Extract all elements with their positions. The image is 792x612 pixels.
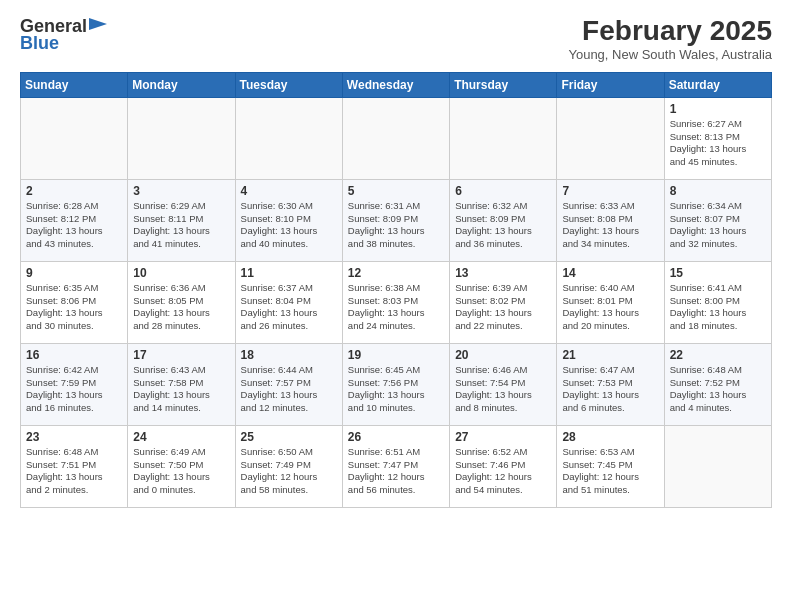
col-thursday: Thursday <box>450 72 557 97</box>
calendar-week-row: 2Sunrise: 6:28 AM Sunset: 8:12 PM Daylig… <box>21 179 772 261</box>
table-row: 15Sunrise: 6:41 AM Sunset: 8:00 PM Dayli… <box>664 261 771 343</box>
header: General Blue February 2025 Young, New So… <box>20 16 772 62</box>
table-row: 16Sunrise: 6:42 AM Sunset: 7:59 PM Dayli… <box>21 343 128 425</box>
day-details: Sunrise: 6:41 AM Sunset: 8:00 PM Dayligh… <box>670 282 766 333</box>
calendar-week-row: 9Sunrise: 6:35 AM Sunset: 8:06 PM Daylig… <box>21 261 772 343</box>
day-details: Sunrise: 6:52 AM Sunset: 7:46 PM Dayligh… <box>455 446 551 497</box>
day-details: Sunrise: 6:42 AM Sunset: 7:59 PM Dayligh… <box>26 364 122 415</box>
col-monday: Monday <box>128 72 235 97</box>
day-number: 23 <box>26 430 122 444</box>
col-sunday: Sunday <box>21 72 128 97</box>
table-row: 5Sunrise: 6:31 AM Sunset: 8:09 PM Daylig… <box>342 179 449 261</box>
day-number: 28 <box>562 430 658 444</box>
day-details: Sunrise: 6:28 AM Sunset: 8:12 PM Dayligh… <box>26 200 122 251</box>
table-row: 21Sunrise: 6:47 AM Sunset: 7:53 PM Dayli… <box>557 343 664 425</box>
day-number: 18 <box>241 348 337 362</box>
day-number: 6 <box>455 184 551 198</box>
table-row: 10Sunrise: 6:36 AM Sunset: 8:05 PM Dayli… <box>128 261 235 343</box>
table-row: 11Sunrise: 6:37 AM Sunset: 8:04 PM Dayli… <box>235 261 342 343</box>
day-details: Sunrise: 6:48 AM Sunset: 7:51 PM Dayligh… <box>26 446 122 497</box>
day-number: 25 <box>241 430 337 444</box>
logo: General Blue <box>20 16 107 54</box>
day-details: Sunrise: 6:36 AM Sunset: 8:05 PM Dayligh… <box>133 282 229 333</box>
table-row <box>342 97 449 179</box>
day-number: 11 <box>241 266 337 280</box>
day-number: 4 <box>241 184 337 198</box>
day-number: 20 <box>455 348 551 362</box>
calendar-week-row: 16Sunrise: 6:42 AM Sunset: 7:59 PM Dayli… <box>21 343 772 425</box>
day-details: Sunrise: 6:34 AM Sunset: 8:07 PM Dayligh… <box>670 200 766 251</box>
day-details: Sunrise: 6:48 AM Sunset: 7:52 PM Dayligh… <box>670 364 766 415</box>
day-number: 19 <box>348 348 444 362</box>
day-number: 16 <box>26 348 122 362</box>
logo-blue-text: Blue <box>20 33 59 54</box>
day-number: 26 <box>348 430 444 444</box>
day-number: 7 <box>562 184 658 198</box>
day-number: 13 <box>455 266 551 280</box>
day-number: 1 <box>670 102 766 116</box>
table-row: 17Sunrise: 6:43 AM Sunset: 7:58 PM Dayli… <box>128 343 235 425</box>
table-row: 4Sunrise: 6:30 AM Sunset: 8:10 PM Daylig… <box>235 179 342 261</box>
day-details: Sunrise: 6:33 AM Sunset: 8:08 PM Dayligh… <box>562 200 658 251</box>
day-number: 15 <box>670 266 766 280</box>
table-row <box>450 97 557 179</box>
calendar-week-row: 23Sunrise: 6:48 AM Sunset: 7:51 PM Dayli… <box>21 425 772 507</box>
table-row: 14Sunrise: 6:40 AM Sunset: 8:01 PM Dayli… <box>557 261 664 343</box>
table-row <box>128 97 235 179</box>
day-number: 3 <box>133 184 229 198</box>
day-number: 27 <box>455 430 551 444</box>
day-details: Sunrise: 6:31 AM Sunset: 8:09 PM Dayligh… <box>348 200 444 251</box>
table-row: 22Sunrise: 6:48 AM Sunset: 7:52 PM Dayli… <box>664 343 771 425</box>
day-details: Sunrise: 6:37 AM Sunset: 8:04 PM Dayligh… <box>241 282 337 333</box>
day-number: 10 <box>133 266 229 280</box>
day-details: Sunrise: 6:35 AM Sunset: 8:06 PM Dayligh… <box>26 282 122 333</box>
table-row <box>664 425 771 507</box>
day-details: Sunrise: 6:40 AM Sunset: 8:01 PM Dayligh… <box>562 282 658 333</box>
table-row: 28Sunrise: 6:53 AM Sunset: 7:45 PM Dayli… <box>557 425 664 507</box>
day-details: Sunrise: 6:38 AM Sunset: 8:03 PM Dayligh… <box>348 282 444 333</box>
table-row: 12Sunrise: 6:38 AM Sunset: 8:03 PM Dayli… <box>342 261 449 343</box>
table-row <box>235 97 342 179</box>
day-details: Sunrise: 6:47 AM Sunset: 7:53 PM Dayligh… <box>562 364 658 415</box>
table-row <box>21 97 128 179</box>
calendar-title: February 2025 <box>568 16 772 47</box>
table-row: 6Sunrise: 6:32 AM Sunset: 8:09 PM Daylig… <box>450 179 557 261</box>
table-row: 26Sunrise: 6:51 AM Sunset: 7:47 PM Dayli… <box>342 425 449 507</box>
table-row: 20Sunrise: 6:46 AM Sunset: 7:54 PM Dayli… <box>450 343 557 425</box>
col-friday: Friday <box>557 72 664 97</box>
day-details: Sunrise: 6:50 AM Sunset: 7:49 PM Dayligh… <box>241 446 337 497</box>
table-row: 7Sunrise: 6:33 AM Sunset: 8:08 PM Daylig… <box>557 179 664 261</box>
day-number: 24 <box>133 430 229 444</box>
page: General Blue February 2025 Young, New So… <box>0 0 792 612</box>
table-row: 19Sunrise: 6:45 AM Sunset: 7:56 PM Dayli… <box>342 343 449 425</box>
calendar-subtitle: Young, New South Wales, Australia <box>568 47 772 62</box>
day-number: 8 <box>670 184 766 198</box>
day-details: Sunrise: 6:29 AM Sunset: 8:11 PM Dayligh… <box>133 200 229 251</box>
calendar-week-row: 1Sunrise: 6:27 AM Sunset: 8:13 PM Daylig… <box>21 97 772 179</box>
table-row: 1Sunrise: 6:27 AM Sunset: 8:13 PM Daylig… <box>664 97 771 179</box>
day-details: Sunrise: 6:49 AM Sunset: 7:50 PM Dayligh… <box>133 446 229 497</box>
day-number: 5 <box>348 184 444 198</box>
table-row: 3Sunrise: 6:29 AM Sunset: 8:11 PM Daylig… <box>128 179 235 261</box>
day-details: Sunrise: 6:43 AM Sunset: 7:58 PM Dayligh… <box>133 364 229 415</box>
day-details: Sunrise: 6:46 AM Sunset: 7:54 PM Dayligh… <box>455 364 551 415</box>
title-block: February 2025 Young, New South Wales, Au… <box>568 16 772 62</box>
col-wednesday: Wednesday <box>342 72 449 97</box>
table-row: 2Sunrise: 6:28 AM Sunset: 8:12 PM Daylig… <box>21 179 128 261</box>
table-row <box>557 97 664 179</box>
day-details: Sunrise: 6:45 AM Sunset: 7:56 PM Dayligh… <box>348 364 444 415</box>
table-row: 13Sunrise: 6:39 AM Sunset: 8:02 PM Dayli… <box>450 261 557 343</box>
day-details: Sunrise: 6:27 AM Sunset: 8:13 PM Dayligh… <box>670 118 766 169</box>
day-details: Sunrise: 6:44 AM Sunset: 7:57 PM Dayligh… <box>241 364 337 415</box>
col-saturday: Saturday <box>664 72 771 97</box>
day-number: 2 <box>26 184 122 198</box>
day-number: 14 <box>562 266 658 280</box>
day-details: Sunrise: 6:32 AM Sunset: 8:09 PM Dayligh… <box>455 200 551 251</box>
table-row: 23Sunrise: 6:48 AM Sunset: 7:51 PM Dayli… <box>21 425 128 507</box>
day-number: 21 <box>562 348 658 362</box>
svg-marker-0 <box>89 18 107 30</box>
day-number: 12 <box>348 266 444 280</box>
day-number: 9 <box>26 266 122 280</box>
table-row: 9Sunrise: 6:35 AM Sunset: 8:06 PM Daylig… <box>21 261 128 343</box>
logo-flag-icon <box>89 18 107 34</box>
